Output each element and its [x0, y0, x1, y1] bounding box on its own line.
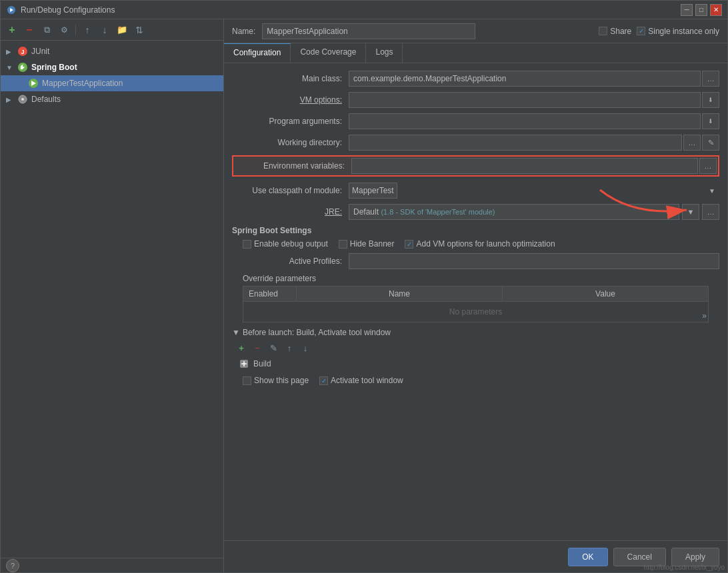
junit-icon: J	[17, 45, 29, 57]
jre-sub-text: (1.8 - SDK of 'MapperTest' module)	[381, 208, 495, 216]
program-args-expand-button[interactable]: ⬇	[702, 113, 719, 129]
show-page-checkbox[interactable]	[243, 376, 251, 385]
env-vars-input[interactable]	[351, 158, 698, 174]
activate-tool-text: Activate tool window	[331, 376, 403, 385]
window-controls: ─ □ ✕	[681, 4, 722, 16]
jre-row: JRE: Default (1.8 - SDK of 'MapperTest' …	[232, 203, 719, 221]
settings-config-button[interactable]: ⚙	[57, 23, 71, 37]
active-profiles-label: Active Profiles:	[232, 257, 349, 266]
toolbar-separator	[75, 25, 76, 35]
launch-remove-button[interactable]: −	[251, 341, 264, 354]
bottom-bar: ?	[1, 558, 223, 572]
config-tree: ▶ J JUnit ▼	[1, 41, 223, 558]
working-dir-input[interactable]	[349, 135, 682, 151]
vm-options-input[interactable]	[349, 92, 701, 108]
share-checkbox[interactable]	[599, 27, 607, 35]
enable-debug-label[interactable]: Enable debug output	[243, 239, 328, 249]
tree-item-defaults[interactable]: ▶ Defaults	[1, 91, 223, 107]
tree-item-mapper-app[interactable]: ▶ MapperTestApplication	[1, 75, 223, 91]
tree-arrow-defaults: ▶	[6, 96, 17, 103]
show-page-label[interactable]: Show this page	[243, 376, 309, 385]
jre-label: JRE:	[232, 207, 349, 217]
ok-button[interactable]: OK	[568, 548, 607, 566]
params-col-name: Name	[297, 286, 503, 301]
tree-toolbar: + − ⧉ ⚙ ↑ ↓ 📁 ⇅	[1, 19, 223, 41]
copy-config-button[interactable]: ⧉	[39, 23, 54, 37]
defaults-label: Defaults	[31, 95, 61, 104]
classpath-select-wrapper: MapperTest ▼	[349, 183, 719, 199]
enable-debug-text: Enable debug output	[254, 239, 328, 249]
jre-display[interactable]: Default (1.8 - SDK of 'MapperTest' modul…	[349, 204, 679, 220]
sort-button[interactable]: ⇅	[132, 23, 147, 37]
params-table: Enabled Name Value No parameters »	[243, 286, 709, 322]
title-bar: Run/Debug Configurations ─ □ ✕	[1, 1, 727, 19]
program-args-label: Program arguments:	[232, 117, 349, 126]
show-page-text: Show this page	[254, 376, 309, 385]
working-dir-row: Working directory: … ✎	[232, 134, 719, 151]
maximize-button[interactable]: □	[695, 4, 707, 16]
add-vm-options-checkbox[interactable]	[405, 240, 413, 249]
spring-boot-settings-header: Spring Boot Settings	[232, 226, 719, 235]
program-args-row: Program arguments: ⬇	[232, 113, 719, 130]
minimize-button[interactable]: ─	[681, 4, 693, 16]
activate-tool-label[interactable]: Activate tool window	[319, 376, 403, 385]
enable-debug-checkbox[interactable]	[243, 240, 251, 249]
working-dir-edit-button[interactable]: ✎	[702, 135, 719, 151]
add-vm-options-label[interactable]: Add VM options for launch optimization	[405, 239, 555, 249]
override-params-label: Override parameters	[243, 274, 719, 283]
jre-dropdown-button[interactable]: ▼	[682, 204, 699, 220]
remove-config-button[interactable]: −	[22, 23, 37, 37]
classpath-module-select[interactable]: MapperTest	[349, 183, 397, 199]
working-dir-browse-button[interactable]: …	[683, 135, 701, 151]
env-vars-label: Environment variables:	[235, 161, 351, 171]
tree-arrow-spring: ▼	[6, 64, 17, 71]
params-col-enabled: Enabled	[243, 286, 297, 301]
active-profiles-row: Active Profiles:	[232, 253, 719, 270]
mapper-app-label: MapperTestApplication	[42, 79, 123, 88]
config-area: Main class: … VM options: ⬇ Program argu…	[224, 63, 727, 540]
launch-move-up-button[interactable]: ↑	[283, 341, 296, 354]
dialog-buttons: http://blog.csdn.net/lx_yoyo OK Cancel A…	[224, 540, 727, 572]
main-class-label: Main class:	[232, 74, 349, 83]
before-launch-title: Before launch: Build, Activate tool wind…	[243, 328, 391, 337]
help-button[interactable]: ?	[6, 559, 19, 572]
launch-toolbar: + − ✎ ↑ ↓	[235, 341, 719, 354]
activate-tool-checkbox[interactable]	[319, 376, 328, 385]
tree-item-junit[interactable]: ▶ J JUnit	[1, 43, 223, 59]
tree-item-spring-boot[interactable]: ▼ Spring Boot	[1, 59, 223, 75]
junit-label: JUnit	[31, 47, 49, 56]
name-input[interactable]	[262, 23, 475, 39]
active-profiles-input[interactable]	[349, 253, 719, 269]
tab-code-coverage[interactable]: Code Coverage	[291, 43, 366, 63]
folder-button[interactable]: 📁	[115, 23, 129, 37]
single-instance-checkbox-label[interactable]: Single instance only	[637, 27, 719, 36]
move-down-button[interactable]: ↓	[97, 23, 112, 37]
main-class-browse-button[interactable]: …	[702, 71, 719, 87]
tree-arrow-junit: ▶	[6, 48, 17, 55]
share-checkbox-label[interactable]: Share	[599, 27, 631, 36]
move-up-button[interactable]: ↑	[80, 23, 95, 37]
close-button[interactable]: ✕	[710, 4, 722, 16]
hide-banner-checkbox[interactable]	[339, 240, 347, 249]
launch-edit-button[interactable]: ✎	[267, 341, 280, 354]
launch-add-button[interactable]: +	[235, 341, 248, 354]
single-instance-checkbox[interactable]	[637, 27, 645, 35]
classpath-module-row: Use classpath of module: MapperTest ▼	[232, 182, 719, 199]
tab-logs[interactable]: Logs	[366, 43, 403, 63]
main-class-input[interactable]	[349, 71, 701, 87]
params-expand-button[interactable]: »	[701, 310, 708, 322]
tab-configuration[interactable]: Configuration	[224, 43, 291, 63]
vm-options-expand-button[interactable]: ⬇	[702, 92, 719, 108]
launch-move-down-button[interactable]: ↓	[299, 341, 312, 354]
name-field-label: Name:	[232, 27, 255, 36]
program-args-input[interactable]	[349, 113, 701, 129]
add-config-button[interactable]: +	[5, 23, 19, 37]
params-body: No parameters »	[243, 302, 708, 322]
hide-banner-label[interactable]: Hide Banner	[339, 239, 395, 249]
env-vars-browse-button[interactable]: …	[699, 158, 717, 174]
jre-browse-button[interactable]: …	[702, 204, 719, 220]
config-tabs: Configuration Code Coverage Logs	[224, 43, 727, 63]
before-launch-arrow[interactable]: ▼	[232, 328, 240, 337]
name-bar: Name: Share Single instance only	[224, 19, 727, 43]
add-vm-options-text: Add VM options for launch optimization	[416, 239, 555, 249]
